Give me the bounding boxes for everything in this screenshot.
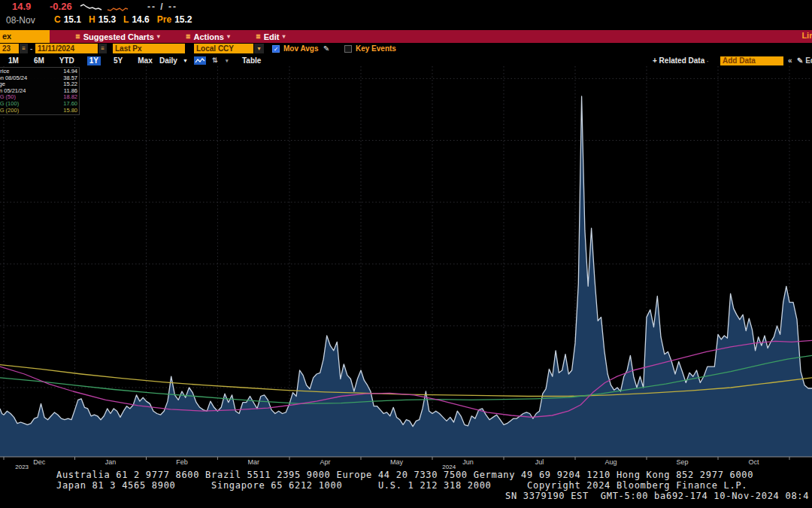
- sparkline-orange-icon: [107, 3, 129, 13]
- function-menu-bar: ex ≣Suggested Charts▾≣Actions▾≣Edit▾ Lin…: [0, 30, 812, 43]
- mov-avgs-checkbox[interactable]: ✓: [272, 45, 280, 53]
- currency-dropdown-icon[interactable]: ▾: [254, 44, 264, 53]
- range-tab-max[interactable]: Max: [135, 56, 154, 65]
- end-date-stepper-icon[interactable]: ≡: [98, 44, 107, 53]
- edit-chart-button[interactable]: ✎ Edit: [797, 56, 812, 65]
- footer-contacts-line2: Japan 81 3 4565 8900 Singapore 65 6212 1…: [56, 480, 747, 491]
- menu-item-suggested-charts[interactable]: ≣Suggested Charts▾: [75, 32, 160, 41]
- x-axis-month-label: Mar: [247, 458, 259, 466]
- menu-item-actions[interactable]: ≣Actions▾: [186, 32, 230, 41]
- chart-type-caret-icon[interactable]: ▾: [226, 56, 229, 65]
- ohlc-pair: L14.6: [123, 14, 150, 25]
- menu-shortcut-icon: ≣: [75, 33, 80, 40]
- footer-session-line: SN 3379190 EST GMT-5:00 ba692-174 10-Nov…: [505, 491, 809, 501]
- x-axis-month-label: Sep: [677, 458, 689, 466]
- x-axis-month-label: Apr: [320, 458, 330, 466]
- ohlc-pair: Pre15.2: [157, 14, 192, 25]
- range-tab-5y[interactable]: 5Y: [111, 56, 125, 65]
- line-chart-type-icon[interactable]: [194, 56, 206, 65]
- key-events-label: Key Events: [356, 44, 396, 53]
- mov-avgs-edit-pencil-icon[interactable]: ✎: [323, 44, 329, 53]
- add-data-input[interactable]: Add Data: [720, 56, 783, 65]
- range-tab-ytd[interactable]: YTD: [57, 56, 77, 65]
- security-name-tab[interactable]: ex: [0, 30, 50, 43]
- key-events-checkbox[interactable]: [344, 45, 352, 53]
- price-change-value: -0.26: [50, 1, 72, 12]
- menu-item-edit[interactable]: ≣Edit▾: [256, 32, 286, 41]
- terminal-footer: Australia 61 2 9777 8600 Brazil 5511 239…: [0, 467, 812, 508]
- frequency-caret-icon[interactable]: ▼: [183, 56, 188, 65]
- price-area-chart[interactable]: [0, 66, 812, 461]
- frequency-select[interactable]: Daily: [159, 56, 177, 65]
- x-axis-month-label: Oct: [748, 458, 759, 466]
- collapse-panel-icon[interactable]: «: [788, 56, 792, 65]
- period-options-bar: 1M6MYTD1Y5YMax Daily ▼ ⇅ ▾ Table + Relat…: [0, 56, 812, 66]
- mov-avgs-label: Mov Avgs: [283, 44, 319, 53]
- ohlc-values: C15.1H15.3L14.6Pre15.2: [54, 14, 192, 25]
- chart-legend: Last Price14.94High on 08/05/2438.57Aver…: [0, 67, 80, 115]
- chevron-down-icon: ▾: [227, 33, 230, 40]
- menu-shortcut-icon: ≣: [186, 33, 191, 40]
- menu-shortcut-icon: ≣: [256, 33, 261, 40]
- bloomberg-terminal-screen: 14.9 -0.26 -- / -- 08-Nov C15.1H15.3L14.…: [0, 0, 812, 508]
- legend-row: SMAVG (200)15.80: [0, 108, 77, 114]
- quote-header-row: 14.9 -0.26 -- / --: [0, 1, 812, 14]
- range-tab-1m[interactable]: 1M: [6, 56, 21, 65]
- price-type-select[interactable]: Last Px: [113, 44, 185, 53]
- x-axis-month-label: Jun: [462, 458, 474, 466]
- x-axis-month-label: Jan: [105, 458, 117, 466]
- x-axis-month-label: Jul: [535, 458, 544, 466]
- range-tab-1y[interactable]: 1Y: [87, 56, 101, 65]
- chevron-down-icon: ▾: [282, 33, 285, 40]
- last-price-value: 14.9: [12, 1, 31, 12]
- chart-style-label[interactable]: Line: [801, 31, 812, 40]
- bid-ask-placeholder: -- / --: [147, 2, 177, 12]
- ohlc-pair: C15.1: [54, 14, 81, 25]
- candlestick-type-icon[interactable]: ⇅: [212, 56, 218, 65]
- end-date-field[interactable]: 11/11/2024: [35, 44, 98, 53]
- x-axis-month-label: Feb: [176, 458, 188, 466]
- quote-date: 08-Nov: [6, 15, 35, 26]
- range-tabs: 1M6MYTD1Y5YMax: [6, 56, 155, 66]
- quote-ohlc-row: 08-Nov C15.1H15.3L14.6Pre15.2: [0, 14, 812, 28]
- table-button[interactable]: Table: [242, 56, 261, 65]
- footer-contacts-line1: Australia 61 2 9777 8600 Brazil 5511 239…: [56, 470, 753, 480]
- chart-plot-area[interactable]: [0, 66, 812, 461]
- range-tab-6m[interactable]: 6M: [32, 56, 47, 65]
- start-date-field[interactable]: 23: [0, 44, 19, 53]
- x-axis-month-label: Aug: [604, 458, 617, 466]
- x-axis-month-label: Dec: [33, 458, 45, 466]
- start-date-stepper-icon[interactable]: ≡: [20, 44, 28, 53]
- related-data-button[interactable]: + Related Data ·: [653, 56, 709, 66]
- date-range-dash: -: [30, 44, 32, 53]
- x-axis-month-label: May: [390, 458, 403, 466]
- menu-items: ≣Suggested Charts▾≣Actions▾≣Edit▾: [75, 30, 285, 43]
- currency-select[interactable]: Local CCY: [194, 44, 253, 53]
- chevron-down-icon: ▾: [157, 33, 160, 40]
- chart-settings-toolbar: 23 ≡ - 11/11/2024 ≡ Last Px Local CCY ▾ …: [0, 44, 812, 55]
- sparkline-white-icon: [80, 3, 104, 13]
- ohlc-pair: H15.3: [89, 14, 116, 25]
